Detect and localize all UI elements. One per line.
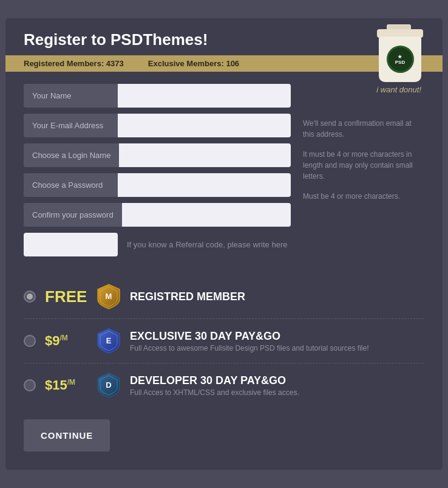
plan-exclusive-row[interactable]: $9/M E EXCLUSIVE 30 DAY PAY&GO Full Acce… — [24, 319, 424, 363]
exclusive-members-stat: Exclusive Members: 106 — [148, 59, 239, 68]
password-hint: Must be 4 or more characters. — [303, 191, 424, 202]
name-input[interactable] — [118, 84, 291, 108]
login-hint: It must be 4 or more characters in lengt… — [303, 149, 424, 182]
password-label: Choose a Password — [24, 173, 118, 197]
plan-exclusive-shield-icon: E — [97, 328, 121, 354]
page-title: Register to PSDThemes! — [24, 30, 424, 49]
registered-members-stat: Registered Members: 4373 — [24, 59, 124, 68]
continue-button[interactable]: CONTINUE — [24, 419, 110, 452]
coffee-cup-image: ★PSD — [376, 24, 424, 82]
plan-developer-shield-icon: D — [97, 372, 121, 399]
coffee-cup-decoration: ★PSD i want donut! — [376, 24, 424, 94]
plan-exclusive-name: EXCLUSIVE 30 DAY PAY&GO — [130, 330, 424, 343]
continue-section: CONTINUE — [5, 410, 443, 452]
plan-developer-info: DEVELOPER 30 DAY PAY&GO Full Acces to XH… — [130, 374, 424, 397]
plan-free-shield-icon: M — [97, 283, 121, 310]
form-fields: Your Name Your E-mail Address Choose a L… — [24, 84, 291, 233]
registered-label: Registered Members: — [24, 59, 104, 68]
referral-input[interactable] — [24, 233, 118, 256]
plan-developer-suffix: /M — [67, 378, 75, 387]
name-label: Your Name — [24, 84, 118, 108]
exclusive-label: Exclusive Members: — [148, 59, 224, 68]
exclusive-count: 106 — [226, 59, 239, 68]
email-input[interactable] — [118, 114, 291, 137]
want-donut-text: i want donut! — [376, 85, 424, 94]
plans-section: FREE M REGISTRED MEMBER $9/M — [5, 272, 443, 410]
confirm-input[interactable] — [122, 203, 291, 227]
form-section: Your Name Your E-mail Address Choose a L… — [5, 72, 443, 233]
name-field-row: Your Name — [24, 84, 291, 108]
plan-free-radio[interactable] — [24, 290, 36, 303]
plan-free-info: REGISTRED MEMBER — [130, 290, 424, 303]
registered-count: 4373 — [106, 59, 124, 68]
confirm-field-row: Confirm your password — [24, 203, 291, 227]
password-input[interactable] — [118, 173, 291, 197]
plan-developer-radio[interactable] — [24, 379, 36, 391]
plan-free-row[interactable]: FREE M REGISTRED MEMBER — [24, 275, 424, 319]
login-field-row: Choose a Login Name — [24, 143, 291, 167]
plan-exclusive-price: $9/M — [45, 333, 87, 349]
plan-free-price: FREE — [45, 287, 87, 306]
plan-exclusive-info: EXCLUSIVE 30 DAY PAY&GO Full Access to a… — [130, 330, 424, 352]
confirm-label: Confirm your password — [24, 203, 122, 227]
plan-developer-row[interactable]: $15/M D DEVELOPER 30 DAY PAY&GO Full Acc… — [24, 363, 424, 407]
login-label: Choose a Login Name — [24, 143, 119, 167]
password-field-row: Choose a Password — [24, 173, 291, 197]
hints-column: We'll send a confirmation email at this … — [303, 84, 424, 233]
email-hint: We'll send a confirmation email at this … — [303, 118, 424, 140]
header: Register to PSDThemes! ★PSD i want donut… — [5, 18, 443, 55]
plan-exclusive-suffix: /M — [59, 334, 67, 342]
plan-developer-price: $15/M — [45, 377, 87, 393]
plan-free-name: REGISTRED MEMBER — [130, 290, 424, 303]
registration-container: Register to PSDThemes! ★PSD i want donut… — [5, 18, 443, 470]
plan-exclusive-radio[interactable] — [24, 335, 36, 347]
plan-developer-name: DEVELOPER 30 DAY PAY&GO — [130, 374, 424, 387]
login-input[interactable] — [119, 143, 291, 167]
email-label: Your E-mail Address — [24, 114, 118, 137]
plan-developer-desc: Full Acces to XHTML/CSS and exclusive fi… — [130, 388, 424, 397]
plan-exclusive-desc: Full Access to awesome Fullsite Design P… — [130, 344, 424, 352]
svg-text:M: M — [106, 292, 112, 301]
svg-text:D: D — [106, 380, 111, 390]
referral-row: If you know a Referral code, please writ… — [5, 233, 443, 256]
email-field-row: Your E-mail Address — [24, 114, 291, 137]
svg-text:E: E — [106, 336, 112, 345]
referral-hint: If you know a Referral code, please writ… — [127, 240, 287, 249]
